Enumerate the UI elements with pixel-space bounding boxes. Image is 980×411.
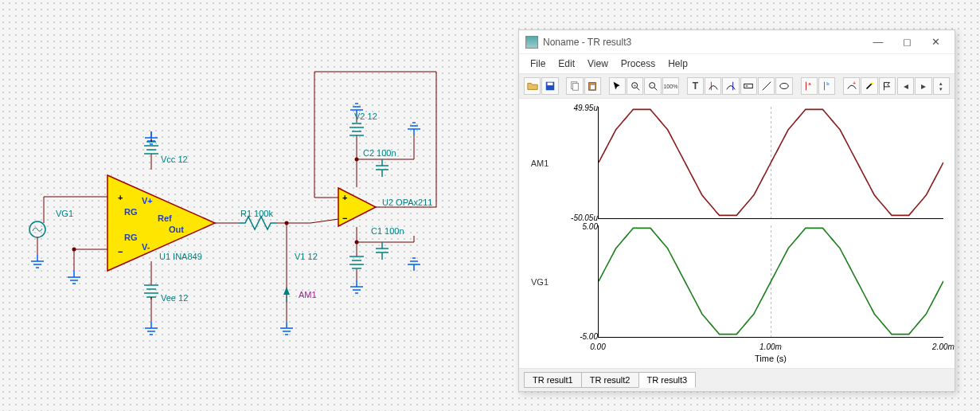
add-curve-icon[interactable]: +: [843, 77, 860, 95]
label-c2: C2 100n: [363, 148, 396, 158]
svg-point-69: [871, 82, 873, 84]
updown-icon[interactable]: ▴▾: [933, 77, 950, 95]
svg-text:b: b: [826, 80, 830, 86]
ground-icon: [408, 123, 420, 135]
svg-text:+: +: [118, 193, 123, 202]
label-r1: R1 100k: [240, 209, 273, 218]
svg-text:a: a: [808, 80, 811, 86]
opamp-u1[interactable]: + − V+ V- RG RG Ref Out U1 INA849: [107, 175, 215, 271]
copy-icon[interactable]: [566, 77, 583, 95]
minimize-button[interactable]: —: [864, 33, 892, 52]
capacitor-c2[interactable]: C2 100n: [363, 148, 396, 177]
toolbar: + - 100% T = a b + ◂ ▸ ▴▾: [519, 73, 955, 99]
source-vg1[interactable]: VG1: [29, 209, 73, 255]
label-u1: U1 INA849: [159, 252, 202, 261]
close-button[interactable]: ✕: [921, 33, 950, 52]
marker-b-icon[interactable]: b: [818, 77, 835, 95]
svg-text:−: −: [118, 247, 123, 256]
titlebar[interactable]: Noname - TR result3 — ◻ ✕: [519, 30, 955, 54]
menu-edit[interactable]: Edit: [553, 57, 580, 71]
ground-icon: [350, 280, 363, 293]
label-vee: Vee 12: [161, 293, 188, 303]
line-icon[interactable]: [758, 77, 775, 95]
svg-text:V-: V-: [142, 242, 150, 252]
cursor-b-icon[interactable]: [722, 77, 739, 95]
svg-rect-46: [547, 83, 552, 86]
plot-vg1-name: VG1: [524, 277, 556, 287]
tab-result2[interactable]: TR result2: [581, 372, 639, 388]
plot-vg1[interactable]: VG1 5.00 -5.00: [522, 224, 951, 339]
schematic-canvas[interactable]: VG1 + − V+ V- RG RG Ref Out U1 INA849 Vc…: [0, 0, 478, 382]
menu-help[interactable]: Help: [663, 57, 693, 71]
ground-icon: [31, 255, 44, 268]
svg-point-41: [285, 221, 289, 225]
svg-text:=: =: [746, 84, 748, 88]
battery-vcc[interactable]: Vcc 12: [144, 139, 188, 164]
wand-icon[interactable]: [861, 77, 877, 95]
svg-rect-50: [591, 84, 595, 89]
svg-point-43: [355, 241, 359, 245]
resistor-r1[interactable]: R1 100k: [239, 209, 277, 229]
svg-line-61: [763, 82, 771, 91]
next-icon[interactable]: ▸: [915, 77, 931, 95]
svg-point-44: [72, 248, 76, 252]
zoom-fit-icon[interactable]: 100%: [662, 77, 679, 95]
menu-view[interactable]: View: [583, 57, 613, 71]
menu-process[interactable]: Process: [616, 57, 660, 71]
prev-icon[interactable]: ◂: [897, 77, 914, 95]
probe-am1[interactable]: AM1: [283, 287, 317, 303]
zoom-in-icon[interactable]: +: [627, 77, 643, 95]
svg-text:Out: Out: [169, 225, 184, 234]
svg-text:RG: RG: [124, 207, 138, 217]
capacitor-c1[interactable]: C1 100n: [371, 226, 404, 260]
plot-am1-ymax: 49.95u: [573, 104, 598, 112]
label-am1: AM1: [299, 290, 317, 299]
plot-am1-name: AM1: [524, 159, 556, 168]
x-axis-label: Time (s): [755, 354, 787, 363]
plot-vg1-ymax: 5.00: [583, 222, 598, 231]
label-vg1: VG1: [56, 209, 73, 218]
svg-text:V+: V+: [142, 196, 153, 206]
label-c1: C1 100n: [371, 226, 404, 236]
label-u2: U2 OPAx211: [382, 198, 432, 207]
result-dialog[interactable]: Noname - TR result3 — ◻ ✕ File Edit View…: [518, 29, 955, 392]
battery-v2[interactable]: V2 12: [349, 112, 377, 135]
annotation-icon[interactable]: =: [740, 77, 757, 95]
svg-text:RG: RG: [124, 233, 138, 242]
open-icon[interactable]: [524, 77, 541, 95]
flag-icon[interactable]: [879, 77, 896, 95]
svg-point-62: [780, 84, 789, 89]
ground-icon: [280, 322, 293, 335]
svg-text:Ref: Ref: [158, 213, 172, 223]
plot-am1-ymin: -50.05u: [571, 213, 598, 222]
plot-vg1-ymin: -5.00: [580, 332, 598, 341]
text-icon[interactable]: T: [687, 77, 704, 95]
ground-icon: [68, 271, 80, 284]
menu-file[interactable]: File: [525, 57, 550, 71]
save-icon[interactable]: [541, 77, 558, 95]
cursor-a-icon[interactable]: [705, 77, 721, 95]
svg-text:+: +: [342, 193, 347, 202]
plot-am1[interactable]: AM1 49.95u -50.05u: [522, 105, 951, 221]
svg-rect-48: [572, 84, 578, 91]
maximize-button[interactable]: ◻: [892, 33, 921, 52]
paste-icon[interactable]: [584, 77, 601, 95]
svg-text:-: -: [650, 82, 652, 88]
svg-line-55: [654, 88, 658, 91]
ellipse-icon[interactable]: [775, 77, 792, 95]
marker-a-icon[interactable]: a: [801, 77, 818, 95]
tab-result3[interactable]: TR result3: [638, 372, 697, 388]
label-v1: V1 12: [295, 252, 318, 261]
menubar: File Edit View Process Help: [519, 54, 955, 73]
window-title: Noname - TR result3: [543, 37, 864, 48]
result-tabs: TR result1 TR result2 TR result3: [519, 368, 955, 391]
zoom-out-icon[interactable]: -: [644, 77, 661, 95]
svg-marker-20: [283, 287, 290, 295]
svg-text:−: −: [342, 213, 347, 223]
ground-icon: [408, 258, 420, 271]
battery-v1[interactable]: V1 12: [295, 252, 364, 268]
tab-result1[interactable]: TR result1: [524, 372, 582, 388]
pointer-icon[interactable]: [609, 77, 626, 95]
battery-vee[interactable]: Vee 12: [144, 285, 188, 303]
ground-icon: [145, 322, 158, 335]
